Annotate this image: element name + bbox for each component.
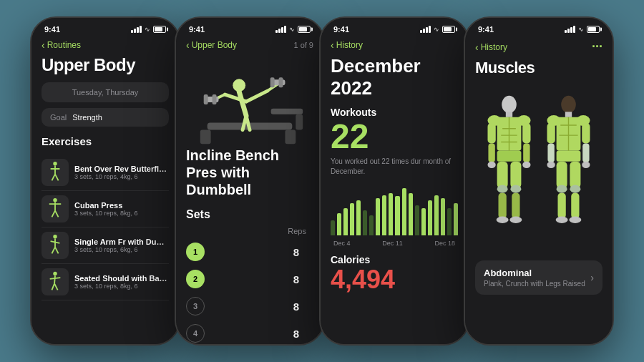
chart-labels: Dec 4 Dec 11 Dec 18 (331, 240, 458, 247)
svg-rect-69 (582, 123, 590, 143)
svg-line-3 (52, 174, 55, 180)
muscle-card-name: Abdominal (484, 268, 585, 278)
svg-point-57 (497, 217, 509, 223)
battery-icon-1 (153, 26, 166, 33)
set-row-2[interactable]: 2 8 (186, 265, 313, 293)
svg-point-73 (582, 162, 590, 168)
exercise-item-4[interactable]: Seated Should with Barbell 3 sets, 10 re… (42, 264, 169, 300)
svg-line-14 (55, 247, 59, 253)
battery-icon-2 (298, 26, 311, 33)
back-arrow-3: ‹ (331, 39, 334, 51)
svg-rect-52 (510, 162, 521, 189)
wifi-icon-4: ∿ (578, 26, 584, 33)
chart-label-2: Dec 11 (382, 240, 403, 247)
phone-history: 9:41 ∿ ‹ History (319, 16, 469, 346)
svg-point-48 (488, 162, 496, 168)
svg-rect-71 (582, 143, 589, 162)
status-bar-2: 9:41 ∿ (176, 18, 323, 38)
exercise-thumb-3 (42, 232, 69, 259)
workouts-count: 22 (331, 119, 458, 154)
status-icons-4: ∿ (565, 26, 600, 33)
set-row-1[interactable]: 1 8 (186, 238, 313, 265)
svg-point-49 (522, 162, 530, 168)
nav-bar-2: ‹ Upper Body 1 of 9 (176, 38, 323, 55)
svg-line-19 (54, 283, 58, 290)
svg-point-81 (556, 217, 568, 223)
svg-line-17 (50, 278, 61, 279)
svg-rect-47 (523, 143, 530, 162)
muscles-image-area (475, 83, 602, 255)
exercise-info-3: Single Arm Fr with Dumbbell 3 sets, 10 r… (74, 238, 169, 253)
status-time-4: 9:41 (478, 25, 494, 34)
exercise-name-3: Single Arm Fr with Dumbbell (74, 238, 169, 246)
nav-back-1[interactable]: ‹ Routines (42, 39, 169, 51)
set-reps-1: 8 (213, 246, 313, 258)
svg-rect-36 (279, 77, 283, 87)
exercise-item-1[interactable]: Bent Over Rev Butterfly with D 3 sets, 1… (42, 155, 169, 191)
svg-rect-56 (512, 193, 519, 219)
svg-rect-76 (570, 162, 580, 189)
svg-rect-79 (558, 193, 566, 219)
wifi-icon-1: ∿ (145, 26, 150, 33)
svg-point-58 (509, 217, 522, 223)
svg-point-39 (502, 96, 517, 113)
back-arrow-2: ‹ (186, 39, 190, 51)
exercise-details-1: 3 sets, 10 reps, 4kg, 6 (74, 173, 169, 180)
exercises-section-title: Exercises (42, 135, 169, 147)
nav-back-4[interactable]: ‹ History (475, 41, 507, 53)
status-time-2: 9:41 (189, 25, 205, 34)
set-row-4[interactable]: 4 8 (186, 320, 313, 344)
chart-label-1: Dec 4 (333, 240, 351, 247)
svg-point-77 (557, 185, 567, 193)
svg-rect-46 (488, 143, 494, 162)
muscle-card[interactable]: Abdominal Plank, Crunch with Legs Raised… (475, 260, 602, 295)
three-dots-menu[interactable]: ··· (592, 39, 602, 54)
svg-rect-51 (497, 162, 508, 189)
schedule-box: Tuesday, Thursday (42, 82, 169, 102)
calories-number: 4,494 (331, 267, 458, 293)
svg-rect-45 (522, 123, 530, 143)
svg-line-18 (52, 283, 54, 290)
nav-bar-1: ‹ Routines (31, 38, 179, 55)
exercise-item-3[interactable]: Single Arm Fr with Dumbbell 3 sets, 10 r… (42, 228, 169, 264)
svg-rect-68 (547, 123, 555, 143)
svg-rect-64 (565, 112, 572, 117)
svg-point-82 (569, 217, 581, 223)
svg-rect-75 (557, 162, 567, 189)
nav-back-3[interactable]: ‹ History (331, 39, 458, 51)
svg-line-4 (55, 174, 59, 180)
exercise-illustration (186, 55, 313, 148)
svg-point-72 (547, 162, 555, 168)
muscle-card-info: Abdominal Plank, Crunch with Legs Raised (484, 268, 585, 288)
status-bar-1: 9:41 ∿ (31, 18, 179, 38)
svg-point-63 (561, 96, 576, 113)
battery-icon-4 (587, 26, 600, 33)
svg-rect-32 (204, 94, 208, 104)
back-arrow-1: ‹ (42, 39, 45, 51)
status-time-1: 9:41 (44, 25, 60, 34)
svg-line-29 (246, 91, 268, 102)
svg-point-5 (53, 198, 57, 202)
calories-label: Calories (331, 254, 458, 265)
nav-back-2[interactable]: ‹ Upper Body (186, 39, 237, 51)
svg-rect-23 (271, 109, 303, 114)
set-row-3[interactable]: 3 8 (186, 293, 313, 320)
exercise-details-4: 3 sets, 10 reps, 8kg, 6 (74, 283, 169, 290)
page-title-4: Muscles (475, 59, 602, 77)
svg-rect-50 (497, 151, 522, 162)
phone-muscles: 9:41 ∿ ‹ (464, 16, 614, 346)
exercise-details-2: 3 sets, 10 reps, 8kg, 6 (74, 210, 169, 217)
svg-point-15 (53, 272, 57, 275)
workout-chart (331, 185, 458, 235)
phones-container: 9:41 ∿ ‹ Routines (0, 0, 644, 362)
status-icons-2: ∿ (275, 26, 311, 33)
exercise-info-4: Seated Should with Barbell 3 sets, 10 re… (74, 274, 169, 290)
exercise-image-area (186, 55, 313, 141)
svg-rect-40 (506, 112, 512, 117)
svg-point-53 (497, 185, 508, 193)
exercise-thumb-2 (42, 195, 69, 222)
nav-back-label-3: History (336, 40, 363, 50)
exercise-item-2[interactable]: Cuban Press 3 sets, 10 reps, 8kg, 6 (42, 191, 169, 228)
back-arrow-4: ‹ (475, 41, 479, 53)
exercise-details-3: 3 sets, 10 reps, 6kg, 6 (74, 246, 169, 253)
